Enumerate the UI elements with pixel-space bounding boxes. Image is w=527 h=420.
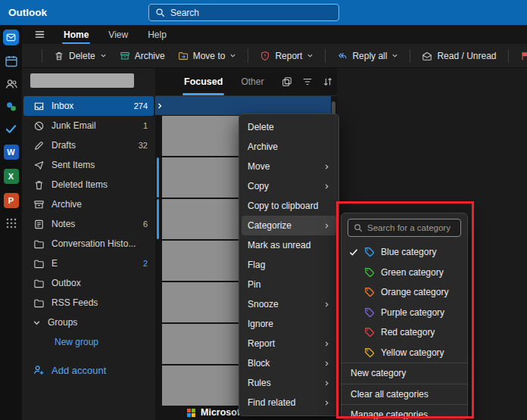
menu-item-label: Move — [248, 161, 270, 172]
category-yellow[interactable]: Yellow category — [341, 343, 467, 363]
menu-item-mark-as-unread[interactable]: Mark as unread — [242, 235, 336, 255]
move-to-button[interactable]: Move to — [173, 48, 242, 64]
menu-item-label: Delete — [248, 122, 274, 132]
clear-all-categories-item[interactable]: Clear all categories — [341, 384, 467, 405]
archive-folder-icon — [33, 199, 45, 210]
delete-label: Delete — [69, 51, 95, 61]
mail-icon[interactable] — [3, 30, 19, 45]
manage-categories-item[interactable]: Manage categories — [341, 405, 467, 420]
tab-view[interactable]: View — [107, 26, 129, 43]
junk-icon — [33, 120, 45, 132]
category-search-box[interactable] — [348, 219, 461, 237]
folder-label: Deleted Items — [51, 179, 108, 190]
menu-item-flag[interactable]: Flag — [242, 255, 336, 275]
menu-item-report[interactable]: Report — [242, 334, 336, 353]
menu-item-pin[interactable]: Pin — [242, 275, 336, 294]
app-rail: W X P — [0, 25, 22, 420]
search-input[interactable] — [170, 8, 332, 18]
sort-icon[interactable] — [323, 76, 333, 87]
folder-outbox[interactable]: Outbox — [22, 273, 155, 293]
selected-message-row[interactable] — [155, 96, 331, 115]
chevron-right-icon — [323, 360, 330, 367]
hamburger-icon[interactable] — [34, 29, 45, 40]
todo-icon[interactable] — [5, 123, 17, 135]
chevron-right-icon — [323, 341, 330, 347]
menu-item-block[interactable]: Block — [242, 353, 336, 373]
menu-item-delete[interactable]: Delete — [242, 117, 336, 137]
category-red[interactable]: Red category — [341, 322, 467, 343]
menu-item-copy-to-clipboard[interactable]: Copy to clipboard — [242, 196, 336, 216]
list-header: Focused Other — [155, 68, 337, 96]
folder-e[interactable]: E 2 — [22, 254, 155, 273]
calendar-icon[interactable] — [5, 54, 18, 68]
trash-icon — [54, 51, 64, 61]
menu-item-label: Pin — [248, 279, 260, 290]
tag-icon — [364, 347, 375, 358]
expand-conversation-icon[interactable] — [156, 102, 164, 110]
select-messages-icon[interactable] — [282, 76, 292, 87]
folder-drafts[interactable]: Drafts 32 — [22, 135, 155, 155]
folder-conversation-history[interactable]: Conversation Histo... — [22, 234, 155, 254]
category-purple[interactable]: Purple category — [341, 303, 467, 323]
read-unread-button[interactable]: Read / Unread — [416, 48, 501, 64]
filter-icon[interactable] — [302, 76, 313, 87]
chevron-down-icon[interactable] — [33, 319, 41, 327]
message-sender[interactable]: Microsoft — [187, 407, 243, 418]
excel-icon[interactable]: X — [4, 169, 19, 184]
reply-all-button[interactable]: Reply all — [332, 48, 404, 64]
folder-deleted-items[interactable]: Deleted Items — [22, 175, 155, 194]
category-search-input[interactable] — [367, 223, 455, 232]
flag-button[interactable]: Flag / Unfla — [515, 48, 527, 64]
archive-button[interactable]: Archive — [114, 48, 170, 64]
report-button[interactable]: Report — [254, 48, 319, 64]
folder-icon — [33, 297, 45, 309]
chevron-right-icon — [323, 301, 330, 308]
category-orange[interactable]: Orange category — [341, 282, 467, 303]
tag-icon — [364, 307, 375, 318]
tab-help[interactable]: Help — [146, 26, 168, 43]
menu-item-ignore[interactable]: Ignore — [242, 314, 336, 334]
folder-label: Archive — [51, 199, 82, 210]
menu-item-find-related[interactable]: Find related — [242, 393, 336, 412]
powerpoint-icon[interactable]: P — [4, 193, 19, 208]
delete-button[interactable]: Delete — [48, 48, 112, 64]
folder-notes[interactable]: Notes 6 — [22, 214, 155, 234]
menu-item-move[interactable]: Move — [242, 157, 336, 176]
category-green[interactable]: Green category — [341, 263, 467, 283]
folder-groups[interactable]: Groups — [22, 313, 155, 332]
menu-item-copy[interactable]: Copy — [242, 176, 336, 196]
global-search[interactable] — [148, 4, 339, 21]
menu-item-snooze[interactable]: Snooze — [242, 294, 336, 314]
menu-item-rules[interactable]: Rules — [242, 373, 336, 393]
folder-sent-items[interactable]: Sent Items — [22, 155, 155, 175]
folder-inbox[interactable]: Inbox 274 — [23, 96, 154, 116]
category-blue[interactable]: Blue category — [341, 242, 467, 263]
chevron-right-icon — [323, 380, 330, 387]
folder-label: Outbox — [51, 278, 81, 288]
groups-icon[interactable] — [5, 100, 18, 114]
new-group-link[interactable]: New group — [22, 332, 155, 352]
menu-item-label: Block — [248, 358, 270, 369]
folder-archive[interactable]: Archive — [22, 194, 155, 214]
word-icon[interactable]: W — [4, 145, 19, 160]
menu-item-label: Flag — [248, 260, 265, 270]
folder-junk-email[interactable]: Junk Email 1 — [22, 116, 155, 135]
apps-icon[interactable] — [5, 217, 17, 229]
folder-label: Notes — [51, 219, 75, 229]
add-account-button[interactable]: Add account — [22, 364, 155, 376]
menu-item-categorize[interactable]: Categorize — [242, 216, 336, 235]
folder-label: Groups — [48, 317, 77, 328]
read-unread-icon — [422, 51, 432, 61]
menu-item-label: Find related — [248, 397, 295, 408]
menu-item-label: Report — [248, 338, 275, 349]
menu-item-archive[interactable]: Archive — [242, 137, 336, 157]
search-icon — [155, 8, 165, 17]
tag-icon — [364, 287, 375, 297]
folder-rss-feeds[interactable]: RSS Feeds — [22, 293, 155, 313]
tab-home[interactable]: Home — [62, 26, 90, 43]
tab-other[interactable]: Other — [241, 76, 264, 87]
new-category-item[interactable]: New category — [341, 363, 467, 384]
people-icon[interactable] — [5, 77, 18, 91]
tab-focused[interactable]: Focused — [184, 76, 223, 87]
folder-icon — [33, 258, 45, 269]
